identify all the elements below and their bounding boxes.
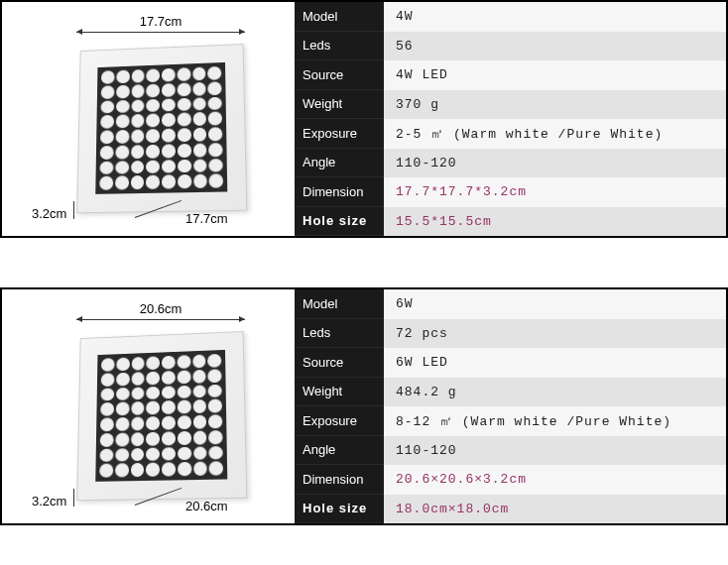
label-source: Source [295,60,384,90]
label-dimension: Dimension [295,177,384,207]
label-model: Model [295,289,384,319]
product-card-1: 17.7cm 17.7cm 3.2cm Model Leds Source We… [0,0,728,238]
value-model: 6W [384,289,726,319]
dimension-width-label: 20.6cm [76,301,245,316]
dimension-length-label: 20.6cm [185,499,228,513]
value-angle: 110-120 [384,436,726,466]
label-exposure: Exposure [295,119,384,149]
spec-table: Model Leds Source Weight Exposure Angle … [295,2,726,236]
value-exposure: 8-12 ㎡ (Warm white /Pure White) [384,406,726,436]
label-dimension: Dimension [295,465,384,495]
value-leds: 56 [384,32,726,61]
product-card-2: 20.6cm 20.6cm 3.2cm Model Leds Source We… [0,287,728,525]
label-weight: Weight [295,378,384,407]
product-illustration: 17.7cm 17.7cm 3.2cm [2,2,295,236]
spec-labels-column: Model Leds Source Weight Exposure Angle … [295,289,384,523]
spec-table: Model Leds Source Weight Exposure Angle … [295,289,726,523]
value-source: 6W LED [384,348,726,378]
value-weight: 370 g [384,90,726,120]
value-weight: 484.2 g [384,378,726,407]
led-grid-icon [95,350,227,482]
value-model: 4W [384,2,726,32]
value-angle: 110-120 [384,149,726,178]
spec-labels-column: Model Leds Source Weight Exposure Angle … [295,2,384,236]
dimension-length-label: 17.7cm [185,211,228,226]
spec-values-column: 6W 72 pcs 6W LED 484.2 g 8-12 ㎡ (Warm wh… [384,289,726,523]
value-dimension: 17.7*17.7*3.2cm [384,177,726,207]
label-leds: Leds [295,32,384,61]
label-source: Source [295,348,384,378]
label-angle: Angle [295,436,384,466]
label-hole-size: Hole size [295,495,384,524]
value-source: 4W LED [384,60,726,90]
label-angle: Angle [295,149,384,178]
value-dimension: 20.6×20.6×3.2cm [384,465,726,495]
dimension-depth-label: 3.2cm [32,494,66,508]
led-panel-icon [76,331,247,501]
product-illustration: 20.6cm 20.6cm 3.2cm [2,289,295,523]
value-hole-size: 15.5*15.5cm [384,207,726,237]
dimension-width-label: 17.7cm [76,14,245,29]
value-exposure: 2-5 ㎡ (Warm white /Pure White) [384,119,726,149]
label-weight: Weight [295,90,384,120]
label-exposure: Exposure [295,406,384,436]
spec-values-column: 4W 56 4W LED 370 g 2-5 ㎡ (Warm white /Pu… [384,2,726,236]
label-hole-size: Hole size [295,207,384,237]
label-model: Model [295,2,384,32]
led-grid-icon [95,62,227,194]
value-hole-size: 18.0cm×18.0cm [384,495,726,524]
value-leds: 72 pcs [384,319,726,349]
led-panel-icon [76,44,247,213]
label-leds: Leds [295,319,384,349]
dimension-depth-label: 3.2cm [32,206,66,221]
